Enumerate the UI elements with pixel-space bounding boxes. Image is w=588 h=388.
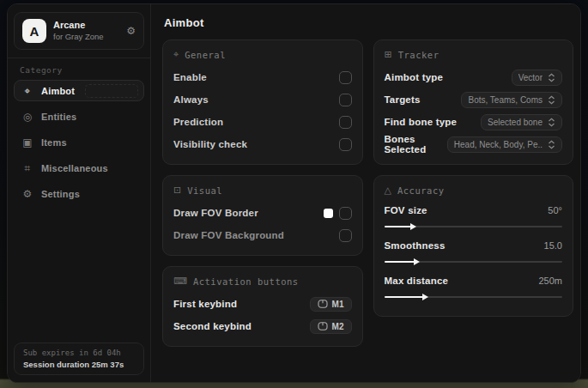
setting-row: Draw FOV Background	[173, 224, 352, 246]
general-card: ⌖ General Enable Always Prediction	[162, 39, 363, 165]
prediction-checkbox[interactable]	[339, 116, 352, 129]
chevron-updown-icon	[548, 73, 555, 82]
setting-row: Enable	[173, 66, 352, 88]
category-label: Category	[20, 65, 150, 75]
setting-row: Targets Bots, Teams, Coms	[385, 88, 563, 111]
cube-icon: ▣	[21, 136, 33, 149]
mouse-icon	[318, 322, 328, 330]
sidebar: A Arcane for Gray Zone ⚙ Category ⌖ Aimb…	[8, 4, 151, 382]
setting-row: Visibility check	[173, 133, 352, 155]
smoothness-slider[interactable]	[385, 257, 563, 267]
draw-fov-background-checkbox[interactable]	[339, 229, 352, 242]
draw-fov-border-checkbox[interactable]	[339, 207, 352, 220]
accuracy-card-title: Accuracy	[397, 185, 445, 196]
main-content: Aimbot ⌖ General Enable Always	[151, 4, 580, 382]
sidebar-item-entities[interactable]: ◎ Entities	[14, 106, 144, 127]
accuracy-card: △ Accuracy FOV size 50°	[373, 175, 574, 317]
fov-border-color-swatch[interactable]	[324, 209, 333, 218]
visibility-check-checkbox[interactable]	[339, 138, 352, 151]
sidebar-nav: ⌖ Aimbot ◎ Entities ▣ Items ⌗ Miscellane…	[8, 80, 150, 209]
page-title: Aimbot	[164, 16, 573, 29]
setting-row: Second keybind M2	[173, 315, 352, 337]
find-bone-type-dropdown[interactable]: Selected bone	[481, 114, 562, 130]
app-title: Arcane	[53, 20, 119, 32]
smoothness-value: 15.0	[544, 240, 562, 251]
image-icon: ⊡	[173, 185, 181, 196]
setting-row: First keybind M1	[173, 293, 352, 315]
entities-icon: ◎	[21, 111, 33, 123]
slider-group: Max distance 250m	[385, 272, 563, 302]
tracker-card: ⊞ Tracker Aimbot type Vector Targets B	[373, 39, 574, 165]
crosshair-icon: ⌖	[21, 85, 33, 97]
setting-row: Bones Selected Head, Neck, Body, Pe..	[385, 133, 563, 155]
targets-dropdown[interactable]: Bots, Teams, Coms	[461, 92, 562, 108]
visual-card-title: Visual	[187, 185, 222, 196]
scan-icon: ⊞	[385, 49, 392, 60]
crosshair-icon: ⌖	[173, 49, 179, 60]
sidebar-item-items[interactable]: ▣ Items	[14, 131, 144, 153]
app-subtitle: for Gray Zone	[53, 32, 119, 42]
gauge-icon: △	[385, 185, 391, 196]
first-keybind-button[interactable]: M1	[310, 297, 352, 312]
second-keybind-button[interactable]: M2	[310, 319, 352, 334]
slider-group: FOV size 50°	[385, 202, 563, 232]
app-window: A Arcane for Gray Zone ⚙ Category ⌖ Aimb…	[7, 3, 581, 383]
fov-size-slider[interactable]	[385, 221, 563, 232]
watermark-ghost	[85, 84, 138, 98]
activation-card-title: Activation buttons	[193, 276, 299, 287]
chevron-updown-icon	[548, 95, 555, 105]
mouse-icon	[318, 300, 328, 308]
app-logo: A	[22, 19, 46, 43]
activation-card: ⌨ Activation buttons First keybind M1 Se…	[162, 266, 363, 347]
slider-group: Smoothness 15.0	[385, 237, 563, 267]
chevron-updown-icon	[548, 140, 555, 149]
hash-icon: ⌗	[21, 162, 33, 174]
gear-icon: ⚙	[21, 188, 33, 200]
tracker-card-title: Tracker	[398, 50, 439, 60]
sidebar-item-aimbot[interactable]: ⌖ Aimbot	[14, 80, 144, 101]
fov-size-value: 50°	[548, 205, 562, 215]
max-distance-slider[interactable]	[385, 292, 563, 302]
bones-selected-dropdown[interactable]: Head, Neck, Body, Pe..	[447, 136, 562, 153]
setting-row: Draw FOV Border	[173, 202, 352, 224]
settings-gear-icon[interactable]: ⚙	[126, 25, 136, 37]
setting-row: Prediction	[173, 111, 352, 133]
session-duration-text: Session duration 25m 37s	[23, 360, 135, 369]
setting-row: Find bone type Selected bone	[385, 111, 563, 133]
subscription-box: Sub expires in 6d 04h Session duration 2…	[14, 343, 144, 375]
sidebar-item-miscellaneous[interactable]: ⌗ Miscellaneous	[14, 157, 144, 179]
enable-checkbox[interactable]	[339, 71, 352, 84]
divider	[8, 58, 150, 58]
setting-row: Always	[173, 88, 352, 111]
keyboard-icon: ⌨	[173, 276, 187, 287]
general-card-title: General	[185, 50, 226, 60]
max-distance-value: 250m	[538, 276, 562, 286]
visual-card: ⊡ Visual Draw FOV Border Draw FOV Backgr…	[162, 175, 363, 256]
brand-header: A Arcane for Gray Zone ⚙	[14, 12, 144, 50]
setting-row: Aimbot type Vector	[385, 66, 563, 88]
chevron-updown-icon	[548, 118, 555, 127]
sub-expiry-text: Sub expires in 6d 04h	[23, 349, 135, 357]
sidebar-item-settings[interactable]: ⚙ Settings	[14, 183, 144, 204]
aimbot-type-dropdown[interactable]: Vector	[512, 70, 562, 86]
always-checkbox[interactable]	[339, 94, 352, 106]
